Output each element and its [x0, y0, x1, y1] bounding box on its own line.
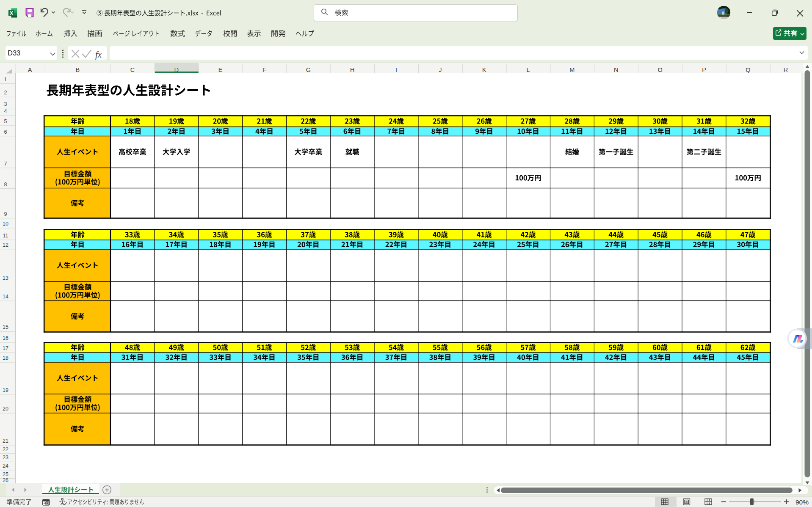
svg-text:5: 5	[4, 118, 7, 124]
svg-text:D33: D33	[8, 49, 20, 57]
svg-text:8: 8	[4, 182, 7, 187]
svg-text:20: 20	[3, 406, 8, 412]
svg-text:15: 15	[3, 324, 8, 330]
svg-text:23: 23	[3, 455, 8, 460]
svg-text:K: K	[482, 66, 486, 73]
svg-text:L: L	[527, 66, 530, 73]
svg-text:16: 16	[3, 335, 8, 341]
svg-text:P: P	[702, 66, 706, 73]
svg-text:J: J	[439, 66, 442, 73]
svg-text:F: F	[262, 66, 266, 73]
svg-text:19: 19	[3, 387, 8, 393]
svg-text:7: 7	[4, 161, 7, 167]
svg-text:H: H	[350, 66, 354, 73]
svg-text:13: 13	[3, 275, 8, 281]
svg-text:3: 3	[4, 101, 7, 107]
svg-text:90%: 90%	[795, 499, 809, 506]
svg-text:N: N	[614, 66, 618, 73]
svg-text:I: I	[395, 66, 397, 73]
svg-text:fx: fx	[95, 50, 102, 60]
svg-text:22: 22	[3, 446, 8, 452]
svg-text:B: B	[76, 66, 80, 73]
svg-text:Q: Q	[746, 66, 750, 73]
svg-text:M: M	[569, 66, 574, 73]
svg-text:25: 25	[3, 471, 8, 477]
svg-text:21: 21	[3, 438, 8, 444]
svg-text:9: 9	[4, 211, 7, 217]
svg-text:A: A	[28, 66, 32, 73]
svg-text:14: 14	[3, 294, 8, 300]
svg-text:10: 10	[3, 221, 8, 227]
svg-text:6: 6	[4, 129, 7, 135]
svg-text:2: 2	[4, 90, 7, 96]
svg-text:17: 17	[3, 345, 8, 351]
svg-text:1: 1	[4, 77, 7, 83]
svg-text:11: 11	[3, 233, 8, 239]
svg-text:4: 4	[4, 108, 7, 114]
svg-text:12: 12	[3, 242, 8, 248]
svg-text:O: O	[657, 66, 662, 73]
svg-text:C: C	[130, 66, 135, 73]
svg-text:24: 24	[3, 463, 8, 469]
svg-text:D: D	[174, 66, 179, 73]
svg-text:18: 18	[3, 355, 8, 361]
svg-text:26: 26	[3, 477, 8, 483]
svg-text:E: E	[218, 66, 223, 73]
svg-text:G: G	[306, 66, 311, 73]
svg-text:R: R	[784, 66, 788, 73]
